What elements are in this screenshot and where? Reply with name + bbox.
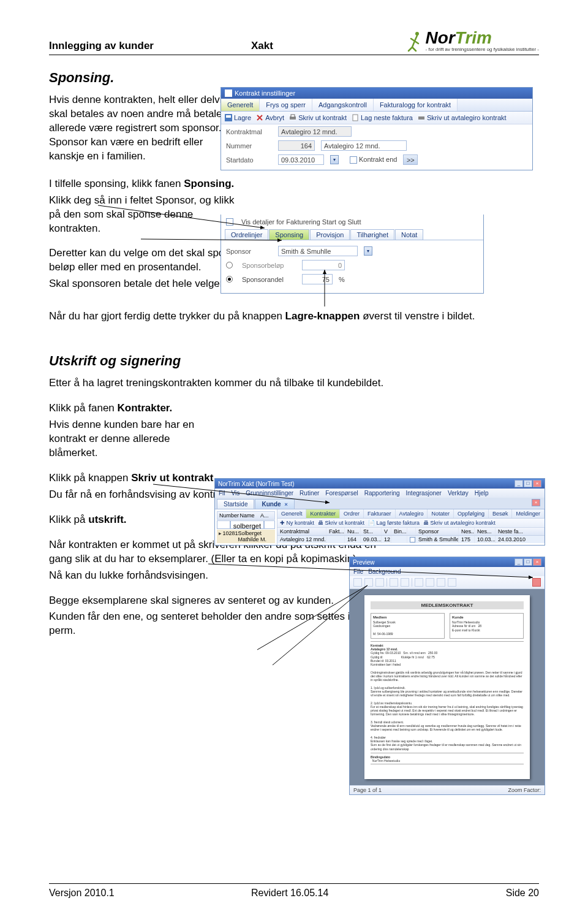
checkbox-vis-detaljer[interactable] bbox=[226, 218, 233, 226]
tab-fakturalogg[interactable]: Fakturalogg for kontrakt bbox=[374, 99, 458, 111]
btn-skriv-avtalegiro[interactable]: Skriv ut avtalegiro kontrakt bbox=[418, 114, 507, 121]
pv-close-icon[interactable] bbox=[532, 578, 541, 587]
checkbox-kontrakt-end[interactable] bbox=[350, 156, 357, 164]
window-title: Kontrakt innstillinger bbox=[235, 89, 295, 97]
p-already-selected: Hvis denne kunden bare har en kontrakt e… bbox=[49, 418, 214, 460]
pv-search-icon[interactable] bbox=[375, 578, 384, 587]
apptab-startside[interactable]: Startside bbox=[217, 499, 254, 509]
menu-vis[interactable]: Vis bbox=[232, 490, 240, 497]
field-sponsorbelop[interactable]: 0 bbox=[302, 260, 345, 270]
label-sponsor: Sponsor bbox=[226, 248, 272, 255]
btn-skriv-avtalegiro2[interactable]: 🖶 Skriv ut avtalegiro kontrakt bbox=[423, 520, 496, 526]
rtab-generelt[interactable]: Generelt bbox=[277, 509, 307, 518]
rtab-avtalegiro[interactable]: Avtalegiro bbox=[396, 509, 428, 518]
btn-avbryt[interactable]: Avbryt bbox=[256, 114, 284, 121]
page-header: Innlegging av kunder Xakt NorTrim - for … bbox=[49, 29, 539, 55]
pv-prev-icon[interactable] bbox=[426, 578, 434, 587]
p-sponsing-intro: Hvis denne kontrakten, helt eller delvis… bbox=[49, 93, 239, 164]
menu-rutiner[interactable]: Rutiner bbox=[300, 490, 319, 497]
pv-zoom-out-icon[interactable] bbox=[390, 578, 398, 587]
window-kontrakt-innstillinger: Kontrakt innstillinger Generelt Frys og … bbox=[221, 87, 533, 170]
label-kontraktmal: Kontraktmal bbox=[226, 128, 272, 135]
pv-menu-file[interactable]: File bbox=[353, 568, 363, 575]
pv-first-icon[interactable] bbox=[415, 578, 423, 587]
section-sponsing-title: Sponsing. bbox=[49, 70, 539, 86]
btn-ny-kontrakt[interactable]: ✚ Ny kontrakt bbox=[280, 520, 314, 526]
rtab-kontrakter[interactable]: Kontrakter bbox=[306, 509, 340, 518]
menu-integr[interactable]: Integrasjoner bbox=[406, 490, 442, 497]
contract-row[interactable]: Avtalegiro 12 mnd. 164 09.03... 12 Smith… bbox=[277, 536, 545, 543]
search-name-input[interactable]: solberget bbox=[230, 520, 264, 529]
field-sponsor[interactable]: Smith & Smuhlle bbox=[278, 246, 358, 256]
window-icon bbox=[225, 89, 232, 97]
svg-rect-6 bbox=[418, 116, 424, 120]
rtab-fakturaer[interactable]: Fakturaer bbox=[364, 509, 396, 518]
page-footer: Versjon 2010.1 Revidert 16.05.14 Side 20 bbox=[49, 883, 539, 899]
section-utskrift-title: Utskrift og signering bbox=[49, 353, 539, 369]
menu-grunn[interactable]: Grunninnstillinger bbox=[246, 490, 293, 497]
subtab-sponsing[interactable]: Sponsing bbox=[269, 229, 309, 240]
p-back-to-kunde: Etter å ha lagret treningskontrakten kom… bbox=[49, 376, 539, 390]
footer-revised: Revidert 16.05.14 bbox=[251, 888, 328, 899]
pv-next-icon[interactable] bbox=[437, 578, 445, 587]
pv-zoom-in-icon[interactable] bbox=[401, 578, 409, 587]
rtab-besok[interactable]: Besøk bbox=[489, 509, 513, 518]
subtab-provisjon[interactable]: Provisjon bbox=[310, 229, 350, 240]
p-click-sponsing: I tilfelle sponsing, klikk fanen Sponsin… bbox=[49, 177, 239, 191]
pv-page-status: Page 1 of 1 bbox=[353, 787, 382, 793]
field-startdato[interactable]: 09.03.2010 bbox=[278, 154, 324, 165]
rtab-notater[interactable]: Notater bbox=[428, 509, 454, 518]
field-sponsorandel[interactable]: 75 bbox=[302, 274, 333, 284]
apptab-kunde[interactable]: Kunde× bbox=[255, 499, 294, 509]
panel-sponsing: Vis detaljer for Fakturering Start og Sl… bbox=[221, 215, 484, 294]
preview-title: Preview bbox=[353, 559, 375, 566]
tab-adgang[interactable]: Adgangskontroll bbox=[312, 99, 374, 111]
btn-next[interactable]: >> bbox=[403, 154, 418, 165]
subtab-notat[interactable]: Notat bbox=[395, 229, 423, 240]
datepicker-icon[interactable]: ▾ bbox=[330, 155, 339, 164]
menu-fil[interactable]: Fil bbox=[219, 490, 225, 497]
footer-page: Side 20 bbox=[506, 888, 539, 899]
field-beskrivelse[interactable]: Avtalegiro 12 mnd. bbox=[321, 140, 407, 151]
btn-lagre[interactable]: Lagre bbox=[225, 114, 251, 121]
minimize-icon[interactable]: _ bbox=[514, 558, 523, 566]
menu-verktoy[interactable]: Verktøy bbox=[448, 490, 469, 497]
btn-skriv-ut-kontrakt[interactable]: Skriv ut kontrakt bbox=[289, 114, 347, 121]
runner-icon bbox=[406, 30, 423, 52]
menu-hjelp[interactable]: Hjelp bbox=[475, 490, 489, 497]
tab-generelt[interactable]: Generelt bbox=[221, 99, 260, 111]
radio-sponsorbelop[interactable] bbox=[226, 262, 233, 268]
label-startdato: Startdato bbox=[226, 156, 272, 164]
rtab-oppfolging[interactable]: Oppfølging bbox=[454, 509, 489, 518]
btn-lag-forste-faktura[interactable]: 📄 Lag første faktura bbox=[368, 520, 420, 526]
menu-foresporsel[interactable]: Forespørsel bbox=[325, 490, 358, 497]
menu-rapport[interactable]: Rapportering bbox=[364, 490, 400, 497]
dropdown-sponsor-icon[interactable]: ▾ bbox=[364, 246, 372, 256]
pv-print-icon[interactable] bbox=[353, 578, 362, 587]
customer-row[interactable]: ▸10281Solberget Mathilde M. bbox=[217, 530, 275, 543]
subtab-tilhorighet[interactable]: Tilhørighet bbox=[350, 229, 394, 240]
btn-lag-neste-faktura[interactable]: Lag neste faktura bbox=[352, 114, 413, 121]
btn-skriv-ut-kontrakt2[interactable]: 🖶 Skriv ut kontrakt bbox=[318, 520, 364, 526]
pv-menu-bg[interactable]: Background bbox=[368, 568, 401, 575]
tab-close-icon[interactable]: × bbox=[285, 501, 288, 508]
radio-sponsorandel[interactable] bbox=[226, 276, 233, 283]
svg-rect-4 bbox=[291, 115, 295, 117]
pv-export-icon[interactable] bbox=[364, 578, 373, 587]
close-icon[interactable]: × bbox=[533, 558, 541, 566]
maximize-icon[interactable]: □ bbox=[524, 558, 532, 566]
subtab-ordrelinjer[interactable]: Ordrelinjer bbox=[225, 229, 268, 240]
tabs-close-icon[interactable]: × bbox=[532, 499, 540, 506]
close-icon[interactable]: × bbox=[533, 480, 541, 487]
p-click-sponsor-field: Klikk deg så inn i feltet Sponsor, og kl… bbox=[49, 194, 239, 236]
tab-frys[interactable]: Frys og sperr bbox=[260, 99, 312, 111]
header-app-name: Xakt bbox=[251, 40, 273, 52]
pv-last-icon[interactable] bbox=[448, 578, 456, 587]
field-nummer: 164 bbox=[278, 140, 315, 151]
maximize-icon[interactable]: □ bbox=[524, 480, 532, 487]
rtab-meldinger[interactable]: Meldinger bbox=[512, 509, 545, 518]
logo: NorTrim - for drift av treningssentere o… bbox=[406, 29, 539, 52]
rtab-ordrer[interactable]: Ordrer bbox=[340, 509, 364, 518]
minimize-icon[interactable]: _ bbox=[514, 480, 523, 487]
svg-rect-5 bbox=[353, 115, 358, 121]
